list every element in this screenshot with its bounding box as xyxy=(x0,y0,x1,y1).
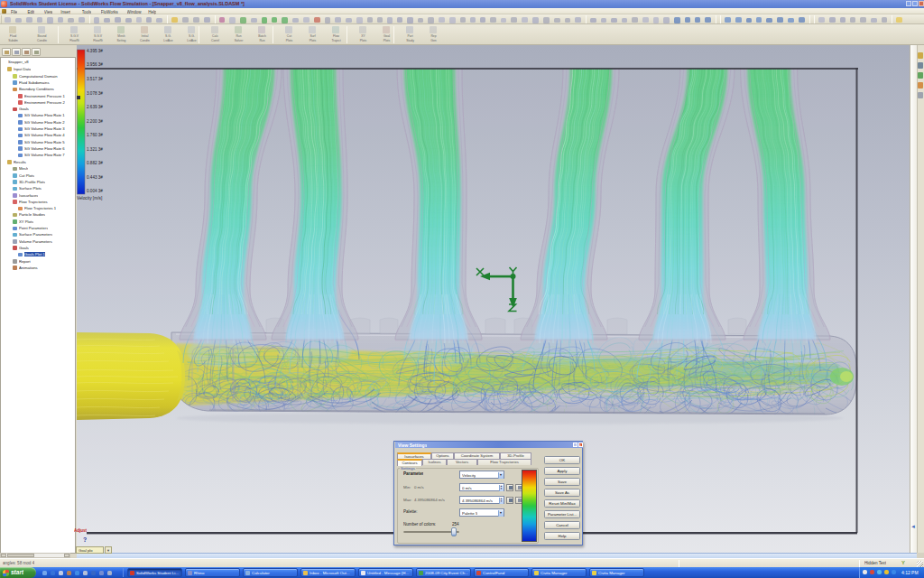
svg-text:0.882 3#: 0.882 3# xyxy=(87,161,103,165)
svg-text:3.078 3#: 3.078 3# xyxy=(87,91,103,96)
svg-text:3.517 3#: 3.517 3# xyxy=(87,77,103,81)
svg-text:1.760 3#: 1.760 3# xyxy=(87,133,103,137)
svg-text:2.200 3#: 2.200 3# xyxy=(87,119,103,124)
svg-text:2.639 3#: 2.639 3# xyxy=(87,105,103,109)
svg-text:1.321 3#: 1.321 3# xyxy=(87,147,103,152)
svg-text:4.395 3#: 4.395 3# xyxy=(87,49,103,53)
svg-text:3.956 3#: 3.956 3# xyxy=(87,62,103,67)
svg-text:0.004 3#: 0.004 3# xyxy=(87,189,103,193)
svg-text:Velocity [m/s]: Velocity [m/s] xyxy=(77,196,102,200)
svg-text:0.443 3#: 0.443 3# xyxy=(87,175,103,180)
